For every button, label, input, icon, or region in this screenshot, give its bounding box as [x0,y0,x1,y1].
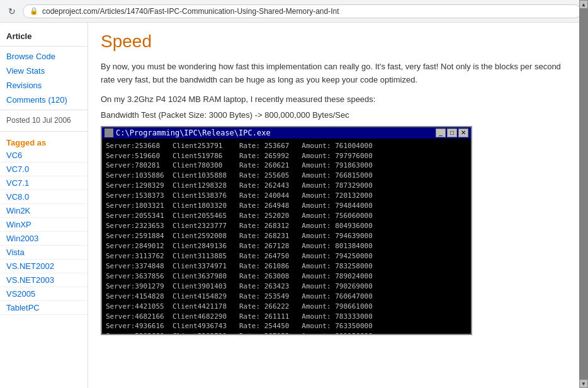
cmd-app-icon [105,128,113,137]
cmd-close-button[interactable]: ✕ [458,128,468,137]
cmd-window: C:\Programming\IPC\Release\IPC.exe _ □ ✕… [101,126,472,335]
tag-tabletpc[interactable]: TabletPC [0,301,88,315]
scrollbar-track [579,23,588,379]
sidebar-divider-2 [0,110,88,110]
cmd-title-text: C:\Programming\IPC\Release\IPC.exe [116,128,271,137]
page-title: Speed [101,31,575,52]
cmd-controls: _ □ ✕ [436,128,468,137]
posted-date: Posted 10 Jul 2006 [0,113,88,128]
tag-winxp[interactable]: WinXP [0,218,88,232]
tag-vc71[interactable]: VC7.1 [0,176,88,190]
cmd-minimize-button[interactable]: _ [436,128,446,137]
tag-vc70[interactable]: VC7.0 [0,163,88,176]
bandwidth-label: Bandwidth Test (Packet Size: 3000 Bytes)… [101,110,575,120]
scrollbar-down-arrow[interactable]: ▼ [579,379,588,388]
browser-bar: ↻ 🔒 codeproject.com/Articles/14740/Fast-… [0,0,588,23]
tag-vc6[interactable]: VC6 [0,149,88,163]
cmd-body: Server:253668 Client253791 Rate: 253667 … [102,139,471,334]
tagged-as-label: Tagged as [0,134,88,149]
sidebar-link-browse-code[interactable]: Browse Code [0,49,88,64]
cmd-titlebar-left: C:\Programming\IPC\Release\IPC.exe [105,128,271,137]
cmd-scrollbar: ▲ ▼ [579,23,588,388]
page-layout: Article Browse Code View Stats Revisions… [0,23,588,388]
address-bar[interactable]: 🔒 codeproject.com/Articles/14740/Fast-IP… [23,4,582,18]
measured-paragraph: On my 3.2Ghz P4 1024 MB RAM laptop, I re… [101,94,575,104]
article-section-title: Article [0,28,88,43]
tag-vista[interactable]: Vista [0,246,88,260]
cmd-output: Server:253668 Client253791 Rate: 253667 … [106,141,460,334]
cmd-restore-button[interactable]: □ [447,128,457,137]
sidebar-link-comments[interactable]: Comments (120) [0,93,88,107]
tag-vc80[interactable]: VC8.0 [0,190,88,204]
intro-paragraph: By now, you must be wondering how fast t… [101,60,575,87]
lock-icon: 🔒 [30,7,38,15]
refresh-icon[interactable]: ↻ [6,6,18,17]
url-text: codeproject.com/Articles/14740/Fast-IPC-… [42,7,339,16]
sidebar: Article Browse Code View Stats Revisions… [0,23,88,388]
sidebar-divider-3 [0,131,88,132]
main-content: Speed By now, you must be wondering how … [88,23,588,388]
tag-vsnet2003[interactable]: VS.NET2003 [0,273,88,287]
tag-win2003[interactable]: Win2003 [0,232,88,246]
sidebar-link-view-stats[interactable]: View Stats [0,64,88,78]
cmd-titlebar: C:\Programming\IPC\Release\IPC.exe _ □ ✕ [102,127,471,139]
sidebar-divider-1 [0,46,88,47]
tag-win2k[interactable]: Win2K [0,204,88,218]
sidebar-link-revisions[interactable]: Revisions [0,78,88,93]
tag-vs2005[interactable]: VS2005 [0,287,88,301]
tag-vsnet2002[interactable]: VS.NET2002 [0,260,88,273]
